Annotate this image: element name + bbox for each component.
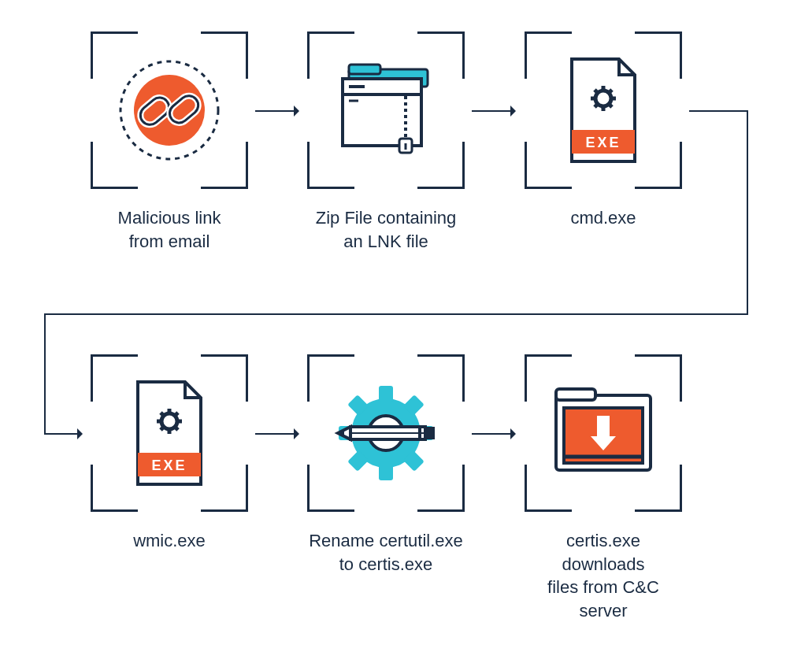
node-caption: Rename certutil.exe to certis.exe bbox=[307, 529, 465, 576]
node-caption: certis.exe downloads files from C&C serv… bbox=[525, 529, 682, 623]
node-certis-downloads: certis.exe downloads files from C&C serv… bbox=[525, 354, 682, 623]
arrow-5-6 bbox=[472, 433, 514, 435]
arrow-4-5 bbox=[255, 433, 298, 435]
svg-line-32 bbox=[175, 413, 178, 416]
node-rename-certutil: Rename certutil.exe to certis.exe bbox=[307, 354, 465, 576]
svg-rect-39 bbox=[379, 465, 393, 480]
node-box: EXE bbox=[91, 354, 248, 512]
node-caption: wmic.exe bbox=[91, 529, 248, 553]
svg-line-33 bbox=[161, 427, 164, 430]
svg-text:EXE: EXE bbox=[151, 458, 187, 473]
node-box bbox=[525, 354, 682, 512]
node-wmic-exe: EXE wmic.exe bbox=[91, 354, 248, 553]
svg-line-34 bbox=[175, 427, 178, 430]
svg-rect-51 bbox=[425, 427, 435, 439]
svg-rect-38 bbox=[379, 386, 393, 402]
svg-line-31 bbox=[161, 413, 164, 416]
svg-rect-57 bbox=[597, 416, 610, 438]
node-box bbox=[307, 354, 465, 512]
